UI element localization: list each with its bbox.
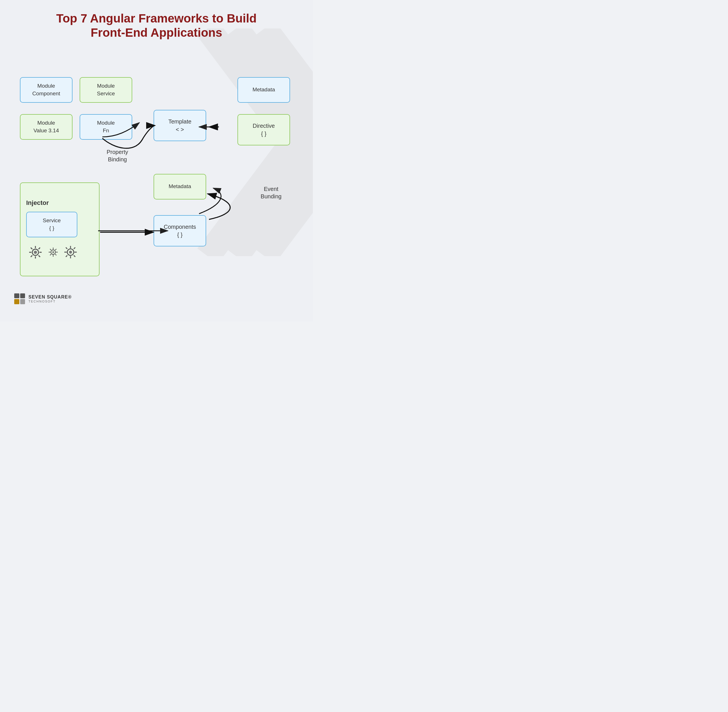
logo-sub: TECHNOSOFT (28, 300, 72, 303)
svg-line-7 (31, 248, 33, 249)
label-event-binding: EventBunding (261, 185, 281, 200)
diagram-area: ModuleComponent ModuleService Metadata M… (14, 54, 299, 288)
svg-line-8 (38, 255, 40, 257)
logo-cell-3 (14, 299, 19, 304)
logo-cell-1 (14, 294, 19, 298)
box-metadata-mid: Metadata (154, 174, 206, 199)
logo-cell-4 (20, 299, 25, 304)
box-module-value: ModuleValue 3.14 (20, 114, 73, 140)
svg-line-28 (74, 255, 75, 257)
label-property-binding: PropertyBinding (107, 148, 128, 163)
injector-label: Injector (26, 199, 49, 208)
box-injector: Injector Service{ } (20, 182, 99, 276)
svg-point-12 (52, 251, 54, 253)
main-title: Top 7 Angular Frameworks to Build Front-… (14, 11, 299, 40)
page-wrapper: Top 7 Angular Frameworks to Build Front-… (0, 0, 313, 321)
svg-line-9 (38, 248, 40, 249)
box-directive: Directive{ } (237, 114, 290, 145)
svg-line-30 (66, 255, 67, 257)
svg-point-2 (34, 251, 37, 254)
svg-line-27 (66, 248, 67, 249)
box-service: Service{ } (26, 212, 77, 237)
box-module-component: ModuleComponent (20, 77, 73, 103)
svg-line-18 (55, 254, 56, 255)
box-module-service: ModuleService (80, 77, 132, 103)
svg-line-29 (74, 248, 75, 249)
box-module-fn: ModuleFn (80, 114, 132, 140)
logo-grid (14, 294, 25, 304)
logo-cell-2 (20, 294, 25, 298)
svg-line-17 (50, 249, 51, 250)
title-section: Top 7 Angular Frameworks to Build Front-… (14, 11, 299, 40)
box-template: Template< > (154, 110, 206, 141)
logo-text: SEVEN SQUARE® TECHNOSOFT (28, 295, 72, 303)
svg-line-19 (55, 249, 56, 250)
gear-icons (26, 245, 78, 260)
logo-section: SEVEN SQUARE® TECHNOSOFT (14, 294, 299, 304)
svg-line-20 (50, 254, 51, 255)
box-metadata-top: Metadata (237, 77, 290, 103)
box-components: Components{ } (154, 215, 206, 246)
logo-brand: SEVEN SQUARE® (28, 295, 72, 300)
svg-point-22 (69, 251, 72, 254)
svg-line-10 (31, 255, 33, 257)
